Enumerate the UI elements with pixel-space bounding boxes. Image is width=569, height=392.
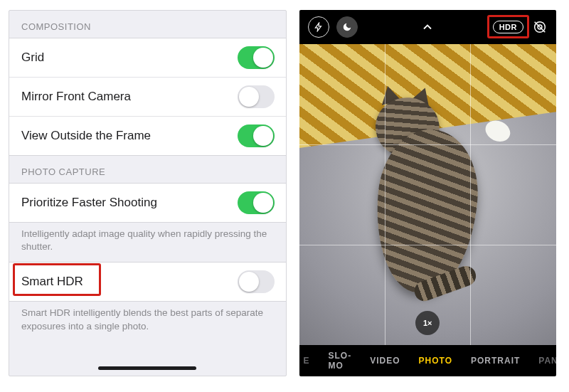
camera-settings-panel: COMPOSITION Grid Mirror Front Camera Vie… <box>9 10 287 376</box>
toggle-prioritize-faster-shooting[interactable] <box>238 191 275 214</box>
row-view-outside-frame[interactable]: View Outside the Frame <box>9 116 286 155</box>
section-footer-faster-shooting: Intelligently adapt image quality when r… <box>9 223 286 262</box>
mode-portrait[interactable]: PORTRAIT <box>471 356 520 366</box>
row-prioritize-faster-shooting[interactable]: Prioritize Faster Shooting <box>9 184 286 222</box>
section-header-photo-capture: PHOTO CAPTURE <box>9 156 286 183</box>
night-mode-icon[interactable] <box>336 16 358 38</box>
mode-pano[interactable]: PANO <box>538 356 556 366</box>
zoom-level-button[interactable]: 1× <box>415 311 440 335</box>
row-grid[interactable]: Grid <box>9 38 286 77</box>
toggle-view-outside-frame[interactable] <box>238 125 275 147</box>
live-photo-off-icon[interactable] <box>532 19 548 35</box>
toggle-mirror-front-camera[interactable] <box>238 85 275 108</box>
row-label: View Outside the Frame <box>21 129 151 143</box>
flash-icon[interactable] <box>308 16 329 38</box>
row-label: Prioritize Faster Shooting <box>21 196 157 210</box>
mode-photo[interactable]: PHOTO <box>419 356 452 366</box>
mode-slo-mo[interactable]: SLO-MO <box>329 351 352 371</box>
photo-capture-rows: Prioritize Faster Shooting <box>9 183 286 223</box>
mode-item[interactable]: E <box>304 356 310 366</box>
composition-rows: Grid Mirror Front Camera View Outside th… <box>9 38 286 156</box>
grid-overlay <box>299 44 556 345</box>
chevron-up-icon[interactable] <box>419 18 436 36</box>
hdr-badge[interactable]: HDR <box>493 21 523 33</box>
mode-video[interactable]: VIDEO <box>370 356 400 366</box>
section-header-composition: COMPOSITION <box>9 11 286 38</box>
camera-mode-selector[interactable]: E SLO-MO VIDEO PHOTO PORTRAIT PANO <box>299 345 556 376</box>
home-indicator[interactable] <box>98 366 196 370</box>
camera-viewfinder[interactable]: 1× <box>299 44 556 345</box>
camera-top-bar: HDR <box>299 10 556 44</box>
smart-hdr-rows: Smart HDR <box>9 262 286 302</box>
row-mirror-front-camera[interactable]: Mirror Front Camera <box>9 77 286 116</box>
section-footer-smart-hdr: Smart HDR intelligently blends the best … <box>9 302 286 341</box>
highlight-hdr <box>487 15 529 38</box>
camera-app-panel: HDR 1× E S <box>299 10 556 376</box>
row-label: Smart HDR <box>21 275 83 289</box>
row-smart-hdr[interactable]: Smart HDR <box>9 263 286 301</box>
toggle-smart-hdr[interactable] <box>238 270 275 293</box>
row-label: Grid <box>21 51 44 65</box>
row-label: Mirror Front Camera <box>21 90 131 104</box>
toggle-grid[interactable] <box>238 46 275 69</box>
